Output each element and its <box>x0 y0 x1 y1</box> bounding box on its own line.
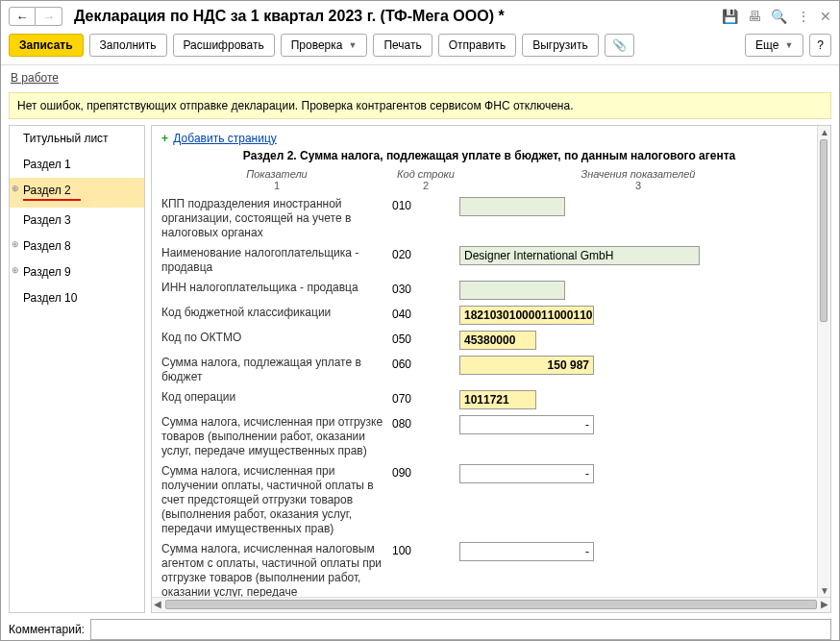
sidebar-item-4[interactable]: Раздел 8 <box>10 234 144 259</box>
help-button[interactable]: ? <box>809 34 831 57</box>
chevron-down-icon: ▼ <box>348 40 357 50</box>
col-head-values: Значения показателей <box>459 168 817 180</box>
form-row-080: Сумма налога, исчисленная при отгрузке т… <box>161 415 817 458</box>
col-head-indicators: Показатели <box>161 168 392 180</box>
send-button[interactable]: Отправить <box>438 34 517 57</box>
row-label: Наименование налогоплательщика - продавц… <box>161 246 392 275</box>
status-link[interactable]: В работе <box>11 71 59 85</box>
sidebar-item-1[interactable]: Раздел 1 <box>10 152 144 178</box>
row-linecode: 060 <box>392 356 459 371</box>
vertical-scrollbar[interactable]: ▲ ▼ <box>817 126 830 597</box>
sidebar-item-2[interactable]: Раздел 2 <box>10 178 144 208</box>
horizontal-scrollbar[interactable]: ◀ ▶ <box>152 597 830 612</box>
col-num-2: 2 <box>392 180 459 191</box>
row-value-field[interactable]: 150 987 <box>459 356 594 375</box>
plus-icon: + <box>161 132 168 145</box>
sidebar-item-0[interactable]: Титульный лист <box>10 126 144 152</box>
row-linecode: 080 <box>392 415 459 431</box>
scroll-up-icon[interactable]: ▲ <box>820 127 829 137</box>
row-value-field[interactable] <box>459 197 565 216</box>
row-linecode: 090 <box>392 464 459 480</box>
chevron-down-icon: ▼ <box>784 40 793 50</box>
col-num-1: 1 <box>161 180 392 191</box>
form-row-040: Код бюджетной классификации0401821030100… <box>161 306 817 325</box>
notice-bar: Нет ошибок, препятствующих отправке декл… <box>9 92 831 119</box>
row-label: КПП подразделения иностранной организаци… <box>161 197 392 240</box>
check-button-label: Проверка <box>291 38 343 52</box>
row-linecode: 020 <box>392 246 459 261</box>
row-value-field[interactable] <box>459 281 565 300</box>
form-row-030: ИНН налогоплательщика - продавца030 <box>161 281 817 300</box>
sidebar-item-5[interactable]: Раздел 9 <box>10 259 144 285</box>
comment-label: Комментарий: <box>9 623 85 636</box>
form-row-020: Наименование налогоплательщика - продавц… <box>161 246 817 275</box>
more-button[interactable]: Еще ▼ <box>745 34 803 57</box>
print-icon[interactable]: 🖶 <box>748 9 761 24</box>
form-row-090: Сумма налога, исчисленная при получении … <box>161 464 817 536</box>
section-content: + Добавить страницу Раздел 2. Сумма нало… <box>151 125 831 613</box>
close-icon[interactable]: ✕ <box>820 9 831 24</box>
nav-forward-button[interactable]: → <box>36 7 62 26</box>
scroll-left-icon[interactable]: ◀ <box>154 599 161 609</box>
row-linecode: 010 <box>392 197 459 212</box>
check-button[interactable]: Проверка ▼ <box>281 34 368 57</box>
row-value-field[interactable]: - <box>459 464 594 483</box>
fill-button[interactable]: Заполнить <box>89 34 167 57</box>
horizontal-scrollbar-thumb[interactable] <box>165 600 817 609</box>
row-value-field[interactable]: - <box>459 415 594 434</box>
add-page-link[interactable]: Добавить страницу <box>173 132 276 145</box>
row-linecode: 070 <box>392 390 459 406</box>
save-icon[interactable]: 💾 <box>722 9 738 24</box>
export-button[interactable]: Выгрузить <box>522 34 599 57</box>
vertical-scrollbar-thumb[interactable] <box>820 139 828 322</box>
row-value-field[interactable]: 45380000 <box>459 331 536 350</box>
write-button[interactable]: Записать <box>9 34 84 57</box>
active-underline <box>23 199 81 201</box>
row-label: Сумма налога, исчисленная при отгрузке т… <box>161 415 392 458</box>
row-value-field[interactable]: 1011721 <box>459 390 536 409</box>
row-label: Сумма налога, исчисленная при получении … <box>161 464 392 536</box>
row-label: Код операции <box>161 390 392 405</box>
form-row-050: Код по ОКТМО05045380000 <box>161 331 817 350</box>
row-linecode: 040 <box>392 306 459 321</box>
print-button[interactable]: Печать <box>373 34 432 57</box>
scroll-down-icon[interactable]: ▼ <box>820 585 829 596</box>
row-label: Код бюджетной классификации <box>161 306 392 320</box>
row-label: ИНН налогоплательщика - продавца <box>161 281 392 295</box>
row-label: Код по ОКТМО <box>161 331 392 345</box>
form-row-010: КПП подразделения иностранной организаци… <box>161 197 817 240</box>
scroll-right-icon[interactable]: ▶ <box>821 599 828 609</box>
kebab-menu-icon[interactable]: ⋮ <box>797 9 810 24</box>
attach-button[interactable]: 📎 <box>605 34 634 57</box>
comment-input[interactable] <box>90 619 831 640</box>
form-row-070: Код операции0701011721 <box>161 390 817 409</box>
more-button-label: Еще <box>755 38 778 52</box>
section-title: Раздел 2. Сумма налога, подлежащая уплат… <box>161 149 817 162</box>
window-title: Декларация по НДС за 1 квартал 2023 г. (… <box>74 8 722 25</box>
row-label: Сумма налога, подлежащая уплате в бюджет <box>161 356 392 384</box>
form-row-060: Сумма налога, подлежащая уплате в бюджет… <box>161 356 817 384</box>
row-value-field[interactable]: Designer International GmbH <box>459 246 700 265</box>
row-linecode: 030 <box>392 281 459 296</box>
col-num-3: 3 <box>459 180 817 191</box>
form-row-100: Сумма налога, исчисленная налоговым аген… <box>161 542 817 597</box>
sections-sidebar: Титульный листРаздел 1Раздел 2Раздел 3Ра… <box>9 125 145 613</box>
col-head-linecode: Код строки <box>392 168 459 180</box>
row-value-field[interactable]: 18210301000011000110 <box>459 306 594 325</box>
decode-button[interactable]: Расшифровать <box>173 34 275 57</box>
paperclip-icon: 📎 <box>612 38 627 52</box>
row-linecode: 100 <box>392 542 459 557</box>
nav-back-button[interactable]: ← <box>9 7 36 26</box>
row-linecode: 050 <box>392 331 459 346</box>
sidebar-item-6[interactable]: Раздел 10 <box>10 285 144 311</box>
preview-icon[interactable]: 🔍 <box>771 9 787 24</box>
row-value-field[interactable]: - <box>459 542 594 561</box>
row-label: Сумма налога, исчисленная налоговым аген… <box>161 542 392 597</box>
sidebar-item-3[interactable]: Раздел 3 <box>10 208 144 234</box>
